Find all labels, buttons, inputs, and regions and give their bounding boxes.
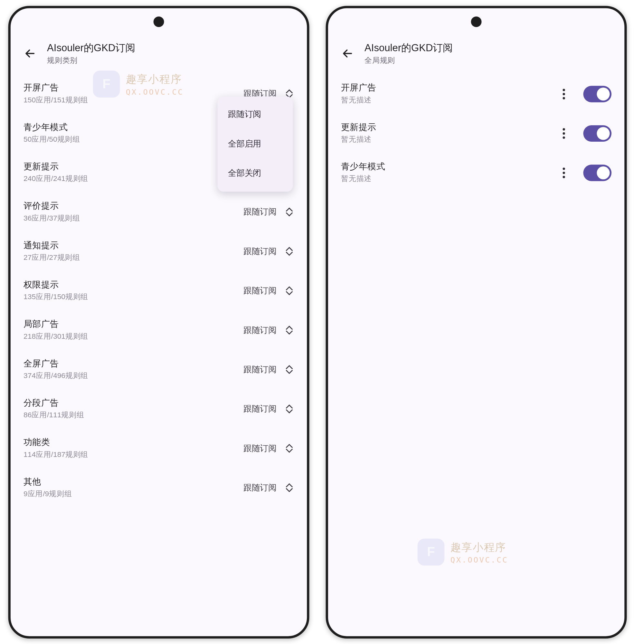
toggle-switch[interactable]: [583, 125, 611, 141]
list-item[interactable]: 通知提示 27应用/27规则组 跟随订阅: [11, 232, 307, 271]
item-value: 跟随订阅: [243, 325, 276, 336]
dropdown-option[interactable]: 全部关闭: [218, 159, 293, 188]
toggle-switch[interactable]: [583, 164, 611, 181]
item-title: 局部广告: [24, 319, 238, 330]
list-item[interactable]: 分段广告 86应用/111规则组 跟随订阅: [11, 389, 307, 429]
unfold-icon[interactable]: [285, 481, 294, 494]
list-item[interactable]: 功能类 114应用/187规则组 跟随订阅: [11, 429, 307, 468]
item-value: 跟随订阅: [243, 364, 276, 375]
phone-left: 趣享小程序 QX.OOVC.CC AIsouler的GKD订阅 规则类别 开屏广…: [8, 6, 309, 639]
unfold-icon[interactable]: [285, 363, 294, 376]
item-sub: 218应用/301规则组: [24, 332, 238, 342]
item-sub: 9应用/9规则组: [24, 489, 238, 499]
dropdown-menu: 跟随订阅 全部启用 全部关闭: [218, 96, 293, 192]
unfold-icon[interactable]: [285, 324, 294, 336]
item-sub: 暂无描述: [341, 95, 553, 105]
item-title: 其他: [24, 476, 238, 488]
item-title: 权限提示: [24, 279, 238, 290]
item-sub: 374应用/496规则组: [24, 371, 238, 381]
list-item[interactable]: 权限提示 135应用/150规则组 跟随订阅: [11, 271, 307, 310]
side-button: [308, 137, 309, 165]
list-item[interactable]: 其他 9应用/9规则组 跟随订阅: [11, 468, 307, 507]
item-title: 通知提示: [24, 240, 238, 251]
more-icon[interactable]: [559, 86, 569, 101]
item-title: 分段广告: [24, 397, 238, 409]
side-button: [625, 137, 627, 165]
item-title: 功能类: [24, 437, 238, 448]
item-value: 跟随订阅: [243, 443, 276, 454]
item-sub: 暂无描述: [341, 174, 553, 184]
more-icon[interactable]: [559, 126, 569, 141]
side-button: [308, 188, 309, 242]
unfold-icon[interactable]: [285, 403, 294, 415]
unfold-icon[interactable]: [285, 245, 294, 258]
list-item[interactable]: 局部广告 218应用/301规则组 跟随订阅: [11, 310, 307, 350]
item-title: 开屏广告: [341, 82, 553, 94]
phone-right: 趣享小程序 QX.OOVC.CC AIsouler的GKD订阅 全局规则 开屏广…: [326, 6, 627, 639]
global-rule-list: 开屏广告 暂无描述 更新提示 暂无描述 青少年模式: [328, 72, 624, 636]
list-item[interactable]: 开屏广告 暂无描述: [328, 74, 624, 113]
item-value: 跟随订阅: [243, 207, 276, 217]
list-item[interactable]: 更新提示 暂无描述: [328, 113, 624, 153]
page-subtitle: 规则类别: [47, 56, 135, 66]
dropdown-option[interactable]: 全部启用: [218, 129, 293, 159]
item-sub: 114应用/187规则组: [24, 450, 238, 460]
side-button: [326, 137, 327, 165]
side-button: [308, 254, 309, 308]
item-sub: 36应用/37规则组: [24, 213, 238, 223]
item-sub: 暂无描述: [341, 135, 553, 145]
item-value: 跟随订阅: [243, 286, 276, 296]
unfold-icon[interactable]: [285, 284, 294, 297]
more-icon[interactable]: [559, 165, 569, 180]
back-button[interactable]: [24, 47, 36, 60]
item-value: 跟随订阅: [243, 404, 276, 414]
list-item[interactable]: 全屏广告 374应用/496规则组 跟随订阅: [11, 350, 307, 389]
item-title: 评价提示: [24, 201, 238, 212]
item-sub: 150应用/151规则组: [24, 95, 238, 105]
item-title: 全屏广告: [24, 358, 238, 369]
side-button: [625, 188, 627, 242]
app-header: AIsouler的GKD订阅 规则类别: [11, 32, 307, 72]
unfold-icon[interactable]: [285, 442, 294, 455]
item-value: 跟随订阅: [243, 246, 276, 257]
back-button[interactable]: [341, 47, 354, 60]
app-header: AIsouler的GKD订阅 全局规则: [328, 32, 624, 72]
item-title: 开屏广告: [24, 82, 238, 94]
item-sub: 27应用/27规则组: [24, 253, 238, 263]
item-value: 跟随订阅: [243, 482, 276, 493]
page-subtitle: 全局规则: [365, 56, 453, 66]
toggle-switch[interactable]: [583, 86, 611, 102]
side-button: [625, 254, 627, 308]
item-title: 青少年模式: [341, 161, 553, 172]
page-title: AIsouler的GKD订阅: [365, 41, 453, 55]
item-sub: 86应用/111规则组: [24, 411, 238, 421]
page-title: AIsouler的GKD订阅: [47, 41, 135, 55]
item-title: 更新提示: [341, 122, 553, 133]
list-item[interactable]: 青少年模式 暂无描述: [328, 153, 624, 192]
unfold-icon[interactable]: [285, 205, 294, 218]
item-sub: 135应用/150规则组: [24, 292, 238, 302]
list-item[interactable]: 评价提示 36应用/37规则组 跟随订阅: [11, 192, 307, 232]
dropdown-option[interactable]: 跟随订阅: [218, 100, 293, 129]
side-button: [8, 137, 10, 165]
